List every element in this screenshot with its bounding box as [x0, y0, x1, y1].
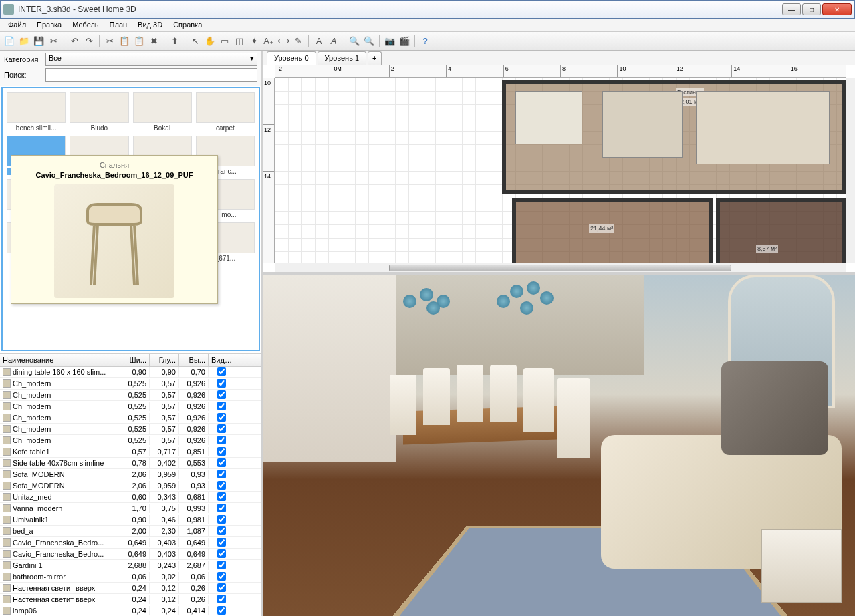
- save-icon[interactable]: 💾: [32, 35, 45, 48]
- photo-icon[interactable]: 📷: [383, 35, 396, 48]
- tab-level-0[interactable]: Уровень 0: [267, 51, 316, 65]
- table-row[interactable]: Ch_modern0,5250,570,926: [0, 424, 261, 435]
- visible-checkbox[interactable]: [217, 595, 226, 603]
- menu-furniture[interactable]: Мебель: [67, 19, 104, 31]
- catalog-item[interactable]: bench slimli...: [5, 91, 67, 133]
- visible-checkbox[interactable]: [217, 458, 226, 467]
- table-row[interactable]: Cavio_Francheska_Bedro...0,6490,4030,649: [0, 549, 261, 560]
- table-row[interactable]: Gardini 12,6880,2432,687: [0, 560, 261, 571]
- table-row[interactable]: lamp060,240,240,414: [0, 605, 261, 616]
- maximize-button[interactable]: □: [802, 3, 821, 15]
- text-tool-icon[interactable]: ⟷: [277, 35, 290, 48]
- new-icon[interactable]: 📄: [3, 35, 16, 48]
- visible-checkbox[interactable]: [217, 504, 226, 512]
- table-row[interactable]: Cavio_Francheska_Bedro...0,6490,4030,649: [0, 537, 261, 549]
- table-row[interactable]: Sofa_MODERN2,060,9590,93: [0, 480, 261, 492]
- col-height[interactable]: Вы...: [179, 354, 209, 366]
- col-name[interactable]: Наименование: [0, 354, 120, 366]
- menu-help[interactable]: Справка: [168, 19, 207, 31]
- close-button[interactable]: ✕: [822, 3, 852, 15]
- copy-icon[interactable]: 📋: [118, 35, 131, 48]
- scrollbar-vertical[interactable]: [846, 78, 855, 263]
- catalog-item[interactable]: carpet: [195, 91, 256, 133]
- visible-checkbox[interactable]: [217, 572, 226, 581]
- table-row[interactable]: Ch_modern0,5250,570,926: [0, 435, 261, 446]
- col-width[interactable]: Ши...: [120, 354, 150, 366]
- zoom-in-icon[interactable]: 🔍: [348, 35, 361, 48]
- visible-checkbox[interactable]: [217, 390, 226, 399]
- table-row[interactable]: Ch_modern0,5250,570,926: [0, 401, 261, 412]
- category-select[interactable]: Все ▾: [45, 53, 257, 66]
- table-row[interactable]: Ch_modern0,5250,570,926: [0, 390, 261, 401]
- text-bold-icon[interactable]: A: [312, 35, 326, 48]
- menu-file[interactable]: Файл: [3, 19, 31, 31]
- redo-icon[interactable]: ↷: [82, 35, 96, 48]
- table-row[interactable]: Sofa_MODERN2,060,9590,93: [0, 469, 261, 480]
- visible-checkbox[interactable]: [217, 436, 226, 444]
- plan-furniture[interactable]: [696, 91, 830, 164]
- dimension-tool-icon[interactable]: A₊: [262, 35, 275, 48]
- menu-3d[interactable]: Вид 3D: [132, 19, 168, 31]
- table-row[interactable]: Kofe table10,570,7170,851: [0, 446, 261, 458]
- visible-checkbox[interactable]: [217, 549, 226, 558]
- visible-checkbox[interactable]: [217, 402, 226, 410]
- visible-checkbox[interactable]: [217, 538, 226, 547]
- col-depth[interactable]: Глу...: [150, 354, 179, 366]
- visible-checkbox[interactable]: [217, 515, 226, 524]
- visible-checkbox[interactable]: [217, 583, 226, 592]
- visible-checkbox[interactable]: [217, 413, 226, 422]
- plan-canvas[interactable]: 14,87 м² Гостиная 42,01 м² 21,44 м² 8,57…: [275, 78, 846, 263]
- visible-checkbox[interactable]: [217, 492, 226, 501]
- plan-body[interactable]: -20м246810121416 101214 14,87 м² Гостина…: [263, 65, 855, 272]
- add-furniture-icon[interactable]: ⬆: [168, 35, 181, 48]
- visible-checkbox[interactable]: [217, 481, 226, 490]
- room-3[interactable]: [716, 198, 846, 271]
- visible-checkbox[interactable]: [217, 447, 226, 456]
- table-row[interactable]: dining table 160 x 160 slim...0,900,900,…: [0, 367, 261, 378]
- zoom-out-icon[interactable]: 🔍: [362, 35, 376, 48]
- menu-edit[interactable]: Правка: [31, 19, 67, 31]
- room-tool-icon[interactable]: ◫: [233, 35, 246, 48]
- visible-checkbox[interactable]: [217, 526, 226, 535]
- visible-checkbox[interactable]: [217, 367, 226, 376]
- table-row[interactable]: Настенная светит вверх0,240,120,26: [0, 583, 261, 594]
- visible-checkbox[interactable]: [217, 561, 226, 569]
- visible-checkbox[interactable]: [217, 470, 226, 478]
- catalog-item[interactable]: Bludo: [68, 91, 130, 133]
- visible-checkbox[interactable]: [217, 606, 226, 615]
- paste-icon[interactable]: 📋: [132, 35, 146, 48]
- compass-icon[interactable]: ✎: [291, 35, 305, 48]
- table-row[interactable]: Ch_modern0,5250,570,926: [0, 378, 261, 390]
- delete-icon[interactable]: ✖: [147, 35, 160, 48]
- video-icon[interactable]: 🎬: [398, 35, 411, 48]
- visible-checkbox[interactable]: [217, 379, 226, 388]
- col-visible[interactable]: Види...: [209, 354, 235, 366]
- scrollbar-horizontal[interactable]: [275, 263, 846, 272]
- help-icon[interactable]: ?: [418, 35, 432, 48]
- 3d-view-panel[interactable]: [263, 275, 855, 616]
- table-row[interactable]: Umivalnik10,900,460,981: [0, 514, 261, 526]
- minimize-button[interactable]: —: [782, 3, 801, 15]
- cut-icon[interactable]: ✂: [103, 35, 116, 48]
- plan-furniture[interactable]: [602, 91, 683, 158]
- menu-plan[interactable]: План: [104, 19, 133, 31]
- select-tool-icon[interactable]: ↖: [189, 35, 202, 48]
- open-icon[interactable]: 📁: [17, 35, 31, 48]
- room-2[interactable]: [512, 198, 713, 271]
- search-input[interactable]: [45, 68, 257, 82]
- table-row[interactable]: Unitaz_med0,600,3430,681: [0, 492, 261, 503]
- table-row[interactable]: Side table 40x78cm slimline0,780,4020,55…: [0, 458, 261, 469]
- prefs-icon[interactable]: ✂: [47, 35, 60, 48]
- undo-icon[interactable]: ↶: [68, 35, 81, 48]
- table-row[interactable]: Настенная светит вверх0,240,120,26: [0, 594, 261, 605]
- polyline-tool-icon[interactable]: ✦: [247, 35, 261, 48]
- tab-add-level[interactable]: +: [368, 51, 381, 65]
- text-italic-icon[interactable]: A: [327, 35, 340, 48]
- table-row[interactable]: bathroom-mirror0,060,020,06: [0, 571, 261, 583]
- plan-furniture[interactable]: [515, 91, 582, 144]
- wall-tool-icon[interactable]: ▭: [218, 35, 231, 48]
- pan-tool-icon[interactable]: ✋: [203, 35, 217, 48]
- visible-checkbox[interactable]: [217, 424, 226, 433]
- furniture-table-body[interactable]: dining table 160 x 160 slim...0,900,900,…: [0, 367, 261, 616]
- table-row[interactable]: Vanna_modern1,700,750,993: [0, 503, 261, 514]
